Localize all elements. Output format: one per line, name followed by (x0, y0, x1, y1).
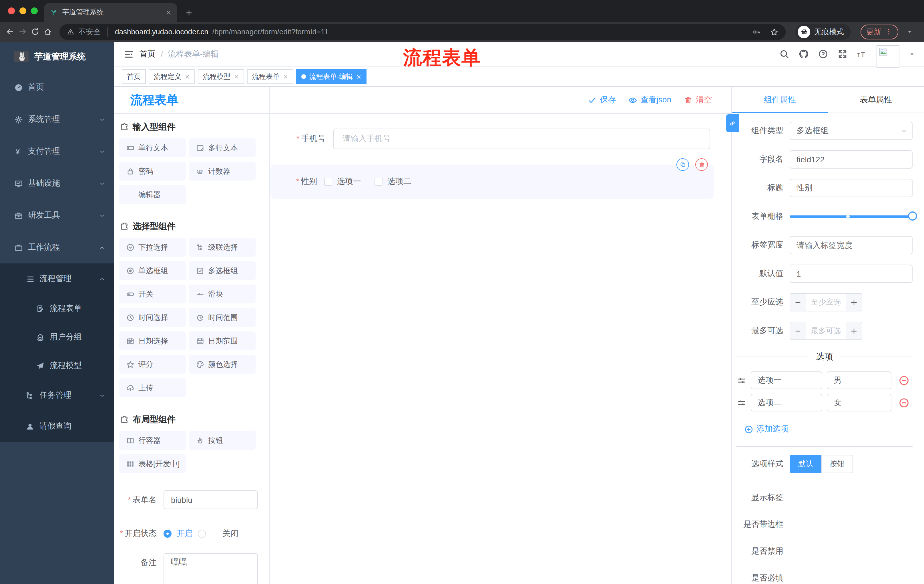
palette-item-级联选择[interactable]: 级联选择 (189, 238, 256, 257)
copy-component-button[interactable] (676, 158, 689, 171)
option-value-input[interactable] (827, 394, 891, 411)
palette-item-上传[interactable]: 上传 (119, 378, 186, 397)
avatar[interactable] (876, 45, 899, 68)
min-select-value[interactable]: 至少应选 (806, 294, 846, 311)
palette-item-颜色选择[interactable]: 颜色选择 (189, 355, 256, 374)
tab-close-icon[interactable] (356, 74, 361, 79)
palette-item-滑块[interactable]: 滑块 (189, 285, 256, 303)
sidebar-item-工作流程[interactable]: 工作流程 (0, 232, 114, 263)
view-tab-流程模型[interactable]: 流程模型 (198, 69, 244, 84)
clear-button[interactable]: 清空 (684, 95, 712, 105)
label-width-input[interactable] (790, 236, 912, 254)
remove-option-button[interactable] (899, 397, 909, 408)
palette-item-日期选择[interactable]: 日期选择 (119, 331, 186, 350)
window-controls[interactable] (8, 7, 38, 14)
sidebar-item-任务管理[interactable]: 任务管理 (0, 380, 114, 411)
slider-track[interactable] (790, 216, 912, 218)
address-bar[interactable]: 不安全 dashboard.yudao.iocoder.cn/bpm/manag… (59, 24, 785, 40)
field-name-input[interactable] (790, 150, 912, 169)
sidebar-item-研发工具[interactable]: 研发工具 (0, 199, 114, 232)
home-icon[interactable] (43, 28, 52, 36)
palette-item-时间范围[interactable]: 时间范围 (189, 308, 256, 327)
reload-icon[interactable] (31, 28, 40, 36)
tab-close-icon[interactable] (166, 10, 172, 15)
option-label-input[interactable] (751, 394, 822, 411)
bookmark-star-icon[interactable] (770, 28, 778, 36)
title-input[interactable] (790, 179, 912, 197)
gender-option[interactable]: 选项二 (375, 176, 411, 187)
palette-item-多选框组[interactable]: 多选框组 (189, 261, 256, 280)
option-label-input[interactable] (751, 372, 822, 389)
sidebar-item-请假查询[interactable]: 请假查询 (0, 411, 114, 442)
drag-icon[interactable] (737, 376, 746, 385)
remove-option-button[interactable] (899, 375, 909, 385)
delete-component-button[interactable] (695, 158, 708, 171)
app-logo[interactable]: 芋道管理系统 (0, 42, 114, 71)
tab-close-icon[interactable] (234, 74, 239, 79)
minimize-window-button[interactable] (20, 7, 26, 14)
help-icon[interactable] (818, 49, 828, 59)
view-tab-流程表单[interactable]: 流程表单 (247, 69, 293, 84)
slider-handle[interactable] (908, 211, 917, 220)
status-radio-开启[interactable] (163, 530, 172, 538)
sidebar-item-用户分组[interactable]: 用户分组 (0, 323, 114, 351)
palette-item-开关[interactable]: 开关 (119, 285, 186, 303)
checkbox[interactable] (375, 178, 383, 186)
drag-icon[interactable] (737, 398, 746, 407)
tab-form-props[interactable]: 表单属性 (828, 87, 924, 113)
drawer-link-button[interactable] (726, 114, 739, 132)
font-size-icon[interactable]: TT (857, 49, 867, 59)
tab-component-props[interactable]: 组件属性 (732, 87, 828, 113)
stepper-minus-button[interactable] (790, 294, 806, 311)
max-select-value[interactable]: 最多可选 (806, 322, 846, 339)
option-value-input[interactable] (827, 372, 891, 389)
new-tab-button[interactable] (185, 9, 193, 16)
stepper-plus-button[interactable] (846, 322, 862, 339)
default-value-input[interactable] (790, 265, 912, 283)
palette-item-表格[开发中][interactable]: 表格[开发中] (119, 454, 186, 473)
fullscreen-icon[interactable] (838, 49, 847, 59)
view-tab-流程定义[interactable]: 流程定义 (148, 69, 195, 84)
palette-item-多行文本[interactable]: 多行文本 (189, 138, 256, 157)
palette-item-评分[interactable]: 评分 (119, 355, 186, 374)
palette-item-时间选择[interactable]: 时间选择 (119, 308, 186, 327)
tab-close-icon[interactable] (185, 74, 190, 79)
view-tab-流程表单-编辑[interactable]: 流程表单-编辑 (296, 69, 366, 84)
canvas-body[interactable]: *手机号 请输入手机号 *性别 选项一选项二 (270, 114, 731, 584)
sidebar-item-流程模型[interactable]: 流程模型 (0, 351, 114, 380)
selected-component-gender[interactable]: *性别 选项一选项二 (271, 165, 714, 199)
browser-menu-icon[interactable] (885, 28, 893, 35)
status-radio-关闭[interactable] (198, 530, 206, 538)
sidebar-item-支付管理[interactable]: ¥支付管理 (0, 135, 114, 168)
password-key-icon[interactable] (752, 28, 761, 36)
form-name-input[interactable] (163, 490, 258, 509)
component-type-select[interactable] (790, 122, 912, 140)
close-window-button[interactable] (8, 7, 15, 14)
github-icon[interactable] (799, 49, 808, 59)
update-button[interactable]: 更新 (861, 24, 898, 39)
gender-option[interactable]: 选项一 (325, 176, 361, 187)
chrome-caret-down-icon[interactable] (907, 29, 912, 35)
tab-close-icon[interactable] (283, 74, 288, 79)
zoom-window-button[interactable] (31, 7, 38, 14)
sidebar-item-系统管理[interactable]: 系统管理 (0, 104, 114, 135)
avatar-caret-down-icon[interactable] (909, 51, 915, 57)
style-option-按钮[interactable]: 按钮 (821, 454, 853, 473)
palette-item-单行文本[interactable]: 单行文本 (119, 138, 186, 157)
form-remark-textarea[interactable]: 嘿嘿 (163, 553, 258, 584)
palette-item-单选框组[interactable]: 单选框组 (119, 261, 186, 280)
browser-tab[interactable]: 芋道管理系统 (44, 3, 177, 22)
phone-field-input[interactable]: 请输入手机号 (333, 128, 710, 149)
save-button[interactable]: 保存 (588, 95, 616, 105)
sidebar-item-流程管理[interactable]: 流程管理 (0, 263, 114, 294)
palette-item-密码[interactable]: 密码 (119, 162, 186, 181)
palette-item-日期范围[interactable]: 日期范围 (189, 331, 256, 350)
breadcrumb-home[interactable]: 首页 (140, 49, 155, 59)
style-option-默认[interactable]: 默认 (790, 454, 821, 473)
phone-field-row[interactable]: *手机号 请输入手机号 (295, 128, 710, 149)
palette-item-行容器[interactable]: 行容器 (119, 431, 186, 450)
palette-item-编辑器[interactable]: 编辑器 (119, 185, 186, 204)
stepper-plus-button[interactable] (846, 294, 862, 311)
stepper-minus-button[interactable] (790, 322, 806, 339)
palette-item-按钮[interactable]: 按钮 (189, 431, 256, 450)
